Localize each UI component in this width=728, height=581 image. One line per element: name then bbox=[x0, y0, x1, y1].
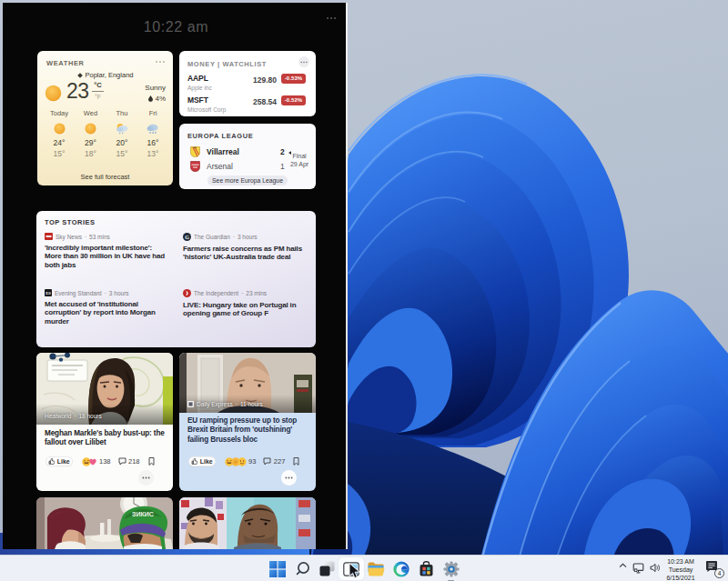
story-time: 23 mins bbox=[246, 290, 267, 296]
story-item[interactable]: G The Guardian · 3 hours Farmers raise c… bbox=[183, 233, 310, 262]
thumbs-up-icon bbox=[48, 458, 55, 465]
search-icon bbox=[295, 561, 310, 576]
comments-group[interactable]: 227 bbox=[263, 457, 285, 466]
weather-widget[interactable]: WEATHER Poplar, England 23 °C °F Sunny bbox=[37, 51, 173, 185]
day-label: Thu bbox=[106, 109, 137, 117]
speaker-icon[interactable] bbox=[650, 563, 661, 573]
evening-standard-icon: ES bbox=[45, 289, 52, 296]
forecast-day: Thu 20° 15° bbox=[106, 109, 137, 158]
see-more-europa-league-button[interactable]: See more Europa League bbox=[207, 175, 288, 185]
store-button[interactable] bbox=[414, 557, 438, 581]
news-time: 11 hours bbox=[240, 401, 263, 407]
story-headline[interactable]: Met accused of 'institutional corruption… bbox=[45, 300, 172, 326]
weather-more-icon[interactable] bbox=[155, 60, 166, 64]
comments-group[interactable]: 218 bbox=[118, 457, 140, 466]
like-button[interactable]: Like bbox=[46, 456, 73, 467]
day-low: 13° bbox=[137, 149, 168, 158]
bookmark-icon[interactable] bbox=[148, 457, 155, 466]
team-score: 2 bbox=[280, 147, 285, 156]
news-photo-managers bbox=[179, 497, 316, 549]
news-card[interactable]: Daily Express · 11 hours EU ramping pres… bbox=[179, 353, 316, 491]
story-time: 53 mins bbox=[89, 234, 110, 240]
match-status-final: Final bbox=[288, 152, 311, 160]
money-widget[interactable]: MONEY | WATCHLIST AAPL Apple inc 129.80 … bbox=[179, 51, 316, 116]
day-high: 16° bbox=[137, 138, 168, 147]
news-source-row: Heatworld · 18 hours bbox=[45, 413, 102, 419]
task-view-button[interactable] bbox=[315, 557, 339, 581]
store-icon bbox=[419, 561, 434, 576]
story-headline[interactable]: LIVE: Hungary take on Portugal in openin… bbox=[183, 301, 310, 319]
notification-center-button[interactable]: 4 bbox=[705, 560, 722, 576]
reaction-emojis bbox=[225, 457, 244, 466]
news-card-partial[interactable] bbox=[179, 497, 316, 549]
file-explorer-icon bbox=[368, 562, 385, 576]
weather-header: WEATHER bbox=[46, 59, 85, 67]
windows-logo-icon bbox=[269, 561, 286, 577]
celsius-label[interactable]: °C bbox=[92, 81, 104, 92]
stock-row[interactable]: MSFT Microsoft Corp 258.54 -0.52% bbox=[187, 95, 308, 113]
like-label: Like bbox=[57, 458, 70, 465]
thumbs-up-icon bbox=[191, 458, 197, 465]
news-more-icon[interactable] bbox=[281, 470, 297, 486]
fahrenheit-label[interactable]: °F bbox=[92, 92, 104, 100]
story-item[interactable]: Sky News · 53 mins 'Incredibly important… bbox=[45, 233, 172, 270]
stock-company: Microsoft Corp bbox=[187, 106, 308, 113]
money-more-icon[interactable] bbox=[298, 56, 309, 67]
news-source: Heatworld bbox=[45, 413, 71, 419]
widgets-panel: 10:22 am WEATHER Poplar, England 23 °C °… bbox=[3, 3, 348, 549]
day-label: Today bbox=[44, 109, 75, 117]
like-label: Like bbox=[200, 458, 213, 465]
settings-gear-icon bbox=[443, 561, 460, 577]
news-card[interactable]: Heatworld · 18 hours Meghan Markle's bab… bbox=[36, 353, 173, 491]
reaction-count: 93 bbox=[248, 457, 256, 466]
news-headline[interactable]: Meghan Markle's baby bust-up: the fallou… bbox=[45, 429, 168, 448]
panel-scrollbar[interactable] bbox=[346, 3, 348, 549]
news-card-partial[interactable]: ЗИКИС bbox=[36, 497, 173, 549]
panel-more-icon[interactable] bbox=[325, 15, 338, 22]
stock-row[interactable]: AAPL Apple inc 129.80 -0.53% bbox=[187, 74, 308, 91]
story-item[interactable]: The Independent · 23 mins LIVE: Hungary … bbox=[183, 289, 310, 318]
sports-widget[interactable]: EUROPA LEAGUE Villarreal 2 Arsenal 1 bbox=[179, 124, 316, 189]
reaction-count: 138 bbox=[99, 457, 111, 466]
team-score: 1 bbox=[280, 162, 285, 171]
top-stories-widget[interactable]: TOP STORIES Sky News · 53 mins 'Incredib… bbox=[36, 211, 316, 347]
arsenal-crest-icon bbox=[190, 161, 200, 172]
file-explorer-button[interactable] bbox=[365, 557, 389, 581]
weather-unit-toggle[interactable]: °C °F bbox=[92, 81, 104, 100]
story-time: 3 hours bbox=[109, 290, 129, 296]
story-source-row: ES Evening Standard · 3 hours bbox=[45, 289, 172, 296]
edge-button[interactable] bbox=[389, 557, 413, 581]
top-stories-header: TOP STORIES bbox=[45, 218, 96, 226]
stock-price: 258.54 bbox=[253, 97, 277, 106]
comment-count: 218 bbox=[128, 457, 140, 466]
story-source: Sky News bbox=[56, 234, 82, 240]
bookmark-icon[interactable] bbox=[293, 457, 299, 466]
news-headline[interactable]: EU ramping pressure up to stop Brexit Br… bbox=[187, 416, 311, 445]
news-source: Daily Express bbox=[197, 401, 233, 407]
stock-price: 129.80 bbox=[253, 75, 277, 85]
weather-condition-block: Sunny 4% bbox=[145, 84, 166, 103]
search-button[interactable] bbox=[291, 557, 315, 581]
tray-clock[interactable]: 10:23 AM Tuesday 6/15/2021 bbox=[662, 557, 700, 581]
like-button[interactable]: Like bbox=[188, 456, 216, 467]
reaction-row: Like 93 227 bbox=[188, 456, 299, 467]
day-high: 24° bbox=[44, 138, 75, 147]
story-headline[interactable]: Farmers raise concerns as PM hails 'hist… bbox=[183, 245, 310, 263]
chevron-up-icon[interactable] bbox=[619, 563, 627, 568]
day-high: 29° bbox=[76, 138, 106, 147]
story-source-row: The Independent · 23 mins bbox=[183, 289, 310, 297]
see-full-forecast-link[interactable]: See full forecast bbox=[37, 173, 173, 181]
sun-icon bbox=[45, 85, 62, 102]
news-more-icon[interactable] bbox=[138, 470, 154, 486]
story-headline[interactable]: 'Incredibly important milestone': More t… bbox=[45, 244, 172, 270]
story-item[interactable]: ES Evening Standard · 3 hours Met accuse… bbox=[45, 289, 172, 326]
tray-date: 6/15/2021 bbox=[662, 574, 700, 581]
start-button[interactable] bbox=[266, 557, 289, 581]
guardian-icon: G bbox=[183, 233, 191, 241]
network-icon[interactable] bbox=[632, 563, 644, 574]
story-source: Evening Standard bbox=[55, 290, 102, 296]
droplet-icon bbox=[148, 95, 153, 102]
settings-button[interactable] bbox=[440, 557, 463, 581]
team-name: Villarreal bbox=[207, 147, 239, 156]
day-low: 15° bbox=[106, 149, 137, 158]
